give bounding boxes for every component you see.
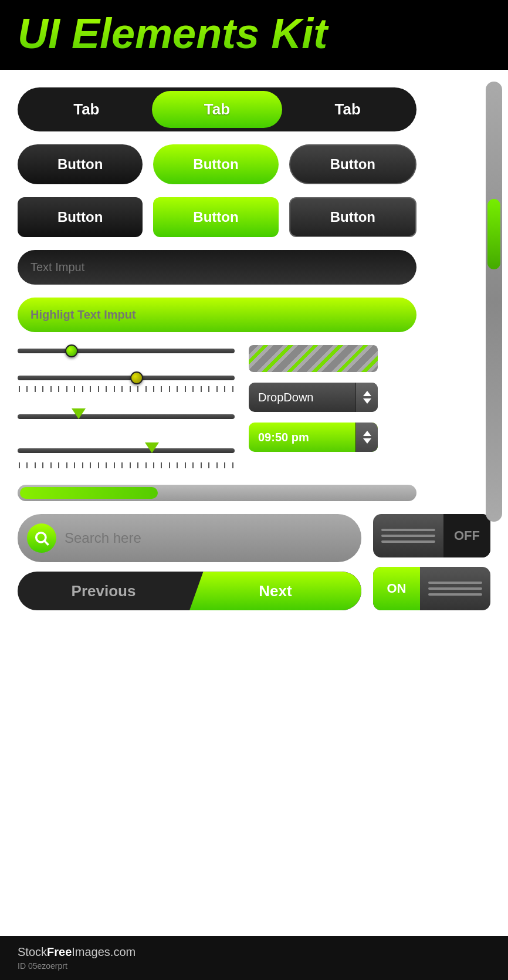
footer-bold: Free [47, 945, 72, 958]
page-title: UI Elements Kit [18, 11, 490, 57]
toggle-line-1 [381, 529, 435, 531]
dropdown-label: DropDown [249, 391, 355, 404]
button-rect-dark[interactable]: Button [18, 197, 143, 237]
scrollbar-thumb[interactable] [487, 199, 500, 269]
slider-4-thumb[interactable] [145, 442, 159, 453]
slider-2-ticks [18, 386, 235, 392]
nav-bar: Previous Next [18, 572, 361, 610]
dropdown-widget[interactable]: DropDown [249, 383, 378, 412]
tabs-row: Tab Tab Tab [18, 87, 416, 131]
slider-2-thumb[interactable] [130, 371, 143, 384]
toggle-line-2 [381, 535, 435, 537]
progress-bar-fill [20, 487, 158, 499]
slider-4-row [18, 441, 235, 472]
toggle-group: OFF ON [373, 514, 490, 610]
toggle-off-lines [373, 519, 443, 552]
slider-3-track [18, 414, 235, 419]
slider-2-track [18, 376, 235, 380]
main-content: Tab Tab Tab Button Button Button Button … [0, 70, 508, 936]
toggle-on-lines [420, 572, 490, 605]
toggle-off[interactable]: OFF [373, 514, 490, 557]
footer: StockFreeImages.com ID 05ezoerprt [0, 936, 508, 980]
search-toggle-section: Previous Next OFF ON [18, 514, 490, 622]
right-widgets: DropDown 09:50 pm [249, 345, 378, 472]
progress-bar [18, 485, 416, 501]
time-arrow-down-icon [363, 438, 371, 444]
button-rect-outline[interactable]: Button [289, 197, 416, 237]
scrollbar[interactable] [486, 82, 502, 522]
dropdown-arrows[interactable] [355, 383, 378, 412]
text-input-highlight[interactable] [18, 298, 416, 332]
slider-1-thumb[interactable] [65, 344, 78, 357]
slider-1-row [18, 345, 235, 360]
sliders-group [18, 345, 235, 472]
tab-3[interactable]: Tab [282, 91, 413, 128]
next-button[interactable]: Next [189, 572, 361, 610]
text-input-dark[interactable] [18, 250, 416, 285]
arrow-up-icon [363, 391, 371, 396]
header: UI Elements Kit [0, 0, 508, 70]
slider-3-row [18, 407, 235, 430]
toggle-off-label: OFF [443, 514, 490, 557]
time-picker-widget[interactable]: 09:50 pm [249, 423, 378, 452]
slider-1-track [18, 349, 235, 353]
button-rect-green[interactable]: Button [153, 197, 278, 237]
search-icon [33, 530, 50, 546]
search-icon-circle [27, 523, 56, 553]
tab-1[interactable]: Tab [21, 91, 152, 128]
search-bar [18, 514, 361, 562]
toggle-on-line-2 [428, 587, 482, 590]
toggle-line-3 [381, 540, 435, 543]
footer-id: ID 05ezoerprt [18, 961, 490, 971]
time-arrow-up-icon [363, 431, 371, 436]
sliders-and-widgets: DropDown 09:50 pm [18, 345, 428, 472]
footer-site-name: StockFreeImages.com [18, 945, 490, 959]
toggle-on-line-1 [428, 582, 482, 584]
time-value: 09:50 pm [249, 431, 355, 444]
button-oval-green[interactable]: Button [153, 144, 278, 184]
button-oval-outline[interactable]: Button [289, 144, 416, 184]
buttons-rect-row: Button Button Button [18, 197, 416, 237]
slider-3-thumb[interactable] [72, 408, 86, 419]
svg-point-0 [36, 533, 46, 542]
slider-2-row [18, 372, 235, 396]
tab-2-active[interactable]: Tab [152, 91, 283, 128]
toggle-on-line-3 [428, 593, 482, 596]
footer-suffix: Images.com [72, 945, 136, 958]
arrow-down-icon [363, 398, 371, 404]
slider-4-ticks [18, 462, 235, 468]
time-arrows[interactable] [355, 423, 378, 452]
toggle-on[interactable]: ON [373, 567, 490, 610]
toggle-on-label: ON [373, 567, 420, 610]
button-oval-dark[interactable]: Button [18, 144, 143, 184]
striped-loader [249, 345, 378, 372]
search-nav-group: Previous Next [18, 514, 361, 610]
svg-line-1 [45, 541, 48, 545]
buttons-oval-row: Button Button Button [18, 144, 416, 184]
search-input[interactable] [65, 530, 352, 546]
slider-4-track [18, 448, 235, 453]
previous-button[interactable]: Previous [18, 572, 189, 610]
footer-plain: Stock [18, 945, 47, 958]
